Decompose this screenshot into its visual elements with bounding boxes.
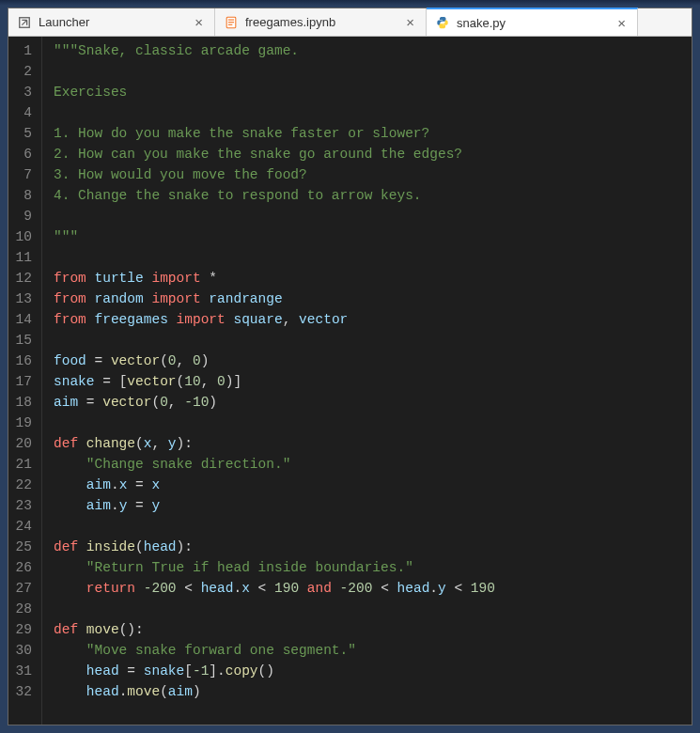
code-line[interactable]: aim = vector(0, -10): [54, 392, 692, 413]
line-number: 6: [14, 144, 32, 164]
line-number: 13: [14, 289, 32, 309]
code-line[interactable]: [54, 413, 692, 433]
line-number: 5: [14, 123, 32, 144]
line-number: 16: [14, 351, 32, 371]
line-number: 25: [14, 537, 32, 557]
line-number: 9: [14, 206, 32, 226]
line-number: 18: [14, 392, 32, 413]
code-line[interactable]: "Move snake forward one segment.": [54, 640, 692, 661]
close-icon[interactable]: ×: [404, 15, 416, 29]
line-number: 26: [14, 557, 32, 578]
code-line[interactable]: 1. How do you make the snake faster or s…: [54, 123, 692, 144]
tab-bar: Launcher × freegames.ipynb × snake.py ×: [8, 8, 692, 37]
editor-window: Launcher × freegames.ipynb × snake.py × …: [8, 8, 692, 725]
svg-rect-3: [228, 22, 234, 23]
tab-label: freegames.ipynb: [245, 15, 397, 29]
line-number: 19: [14, 413, 32, 433]
tab-label: Launcher: [39, 15, 185, 29]
code-line[interactable]: "Change snake direction.": [54, 454, 692, 475]
line-number: 7: [14, 164, 32, 185]
line-number: 22: [14, 475, 32, 495]
svg-rect-2: [228, 19, 234, 20]
line-number: 1: [14, 40, 32, 61]
code-line[interactable]: 4. Change the snake to respond to arrow …: [54, 185, 692, 206]
code-line[interactable]: Exercises: [54, 82, 692, 102]
code-line[interactable]: [54, 247, 692, 268]
line-number: 29: [14, 619, 32, 640]
code-line[interactable]: from random import randrange: [54, 289, 692, 309]
line-number: 10: [14, 226, 32, 247]
code-line[interactable]: def change(x, y):: [54, 433, 692, 454]
code-line[interactable]: [54, 330, 692, 351]
line-number: 17: [14, 371, 32, 392]
close-icon[interactable]: ×: [193, 15, 205, 29]
code-line[interactable]: head = snake[-1].copy(): [54, 661, 692, 681]
code-editor[interactable]: 1234567891011121314151617181920212223242…: [8, 37, 692, 725]
code-line[interactable]: head.move(aim): [54, 681, 692, 702]
line-number: 4: [14, 102, 32, 123]
close-icon[interactable]: ×: [615, 16, 628, 30]
tab-label: snake.py: [457, 16, 608, 30]
code-line[interactable]: def inside(head):: [54, 537, 692, 557]
code-line[interactable]: from freegames import square, vector: [54, 309, 692, 330]
code-line[interactable]: snake = [vector(10, 0)]: [54, 371, 692, 392]
notebook-icon: [225, 16, 238, 29]
code-line[interactable]: [54, 61, 692, 82]
code-line[interactable]: """Snake, classic arcade game.: [54, 40, 692, 61]
tab-launcher[interactable]: Launcher ×: [8, 8, 215, 36]
code-line[interactable]: from turtle import *: [54, 268, 692, 289]
svg-rect-4: [228, 23, 232, 24]
tab-freegames-ipynb[interactable]: freegames.ipynb ×: [215, 8, 427, 36]
code-line[interactable]: [54, 516, 692, 537]
line-number: 28: [14, 599, 32, 619]
launcher-icon: [18, 16, 31, 29]
line-number: 20: [14, 433, 32, 454]
line-number: 11: [14, 247, 32, 268]
code-line[interactable]: [54, 206, 692, 226]
code-line[interactable]: [54, 102, 692, 123]
code-line[interactable]: """: [54, 226, 692, 247]
line-number: 3: [14, 82, 32, 102]
line-number: 21: [14, 454, 32, 475]
line-number: 12: [14, 268, 32, 289]
code-line[interactable]: 3. How would you move the food?: [54, 164, 692, 185]
line-number: 15: [14, 330, 32, 351]
code-line[interactable]: food = vector(0, 0): [54, 351, 692, 371]
code-line[interactable]: 2. How can you make the snake go around …: [54, 144, 692, 164]
python-icon: [436, 16, 449, 29]
line-number: 32: [14, 681, 32, 702]
line-number: 30: [14, 640, 32, 661]
line-number: 27: [14, 578, 32, 599]
line-number-gutter: 1234567891011121314151617181920212223242…: [8, 37, 42, 725]
code-line[interactable]: "Return True if head inside boundaries.": [54, 557, 692, 578]
code-line[interactable]: aim.x = x: [54, 475, 692, 495]
line-number: 14: [14, 309, 32, 330]
code-line[interactable]: [54, 599, 692, 619]
code-line[interactable]: def move():: [54, 619, 692, 640]
line-number: 2: [14, 61, 32, 82]
line-number: 24: [14, 516, 32, 537]
line-number: 23: [14, 495, 32, 516]
code-line[interactable]: aim.y = y: [54, 495, 692, 516]
line-number: 31: [14, 661, 32, 681]
code-content[interactable]: """Snake, classic arcade game. Exercises…: [42, 37, 692, 725]
line-number: 8: [14, 185, 32, 206]
tab-snake-py[interactable]: snake.py ×: [427, 8, 638, 36]
code-line[interactable]: return -200 < head.x < 190 and -200 < he…: [54, 578, 692, 599]
